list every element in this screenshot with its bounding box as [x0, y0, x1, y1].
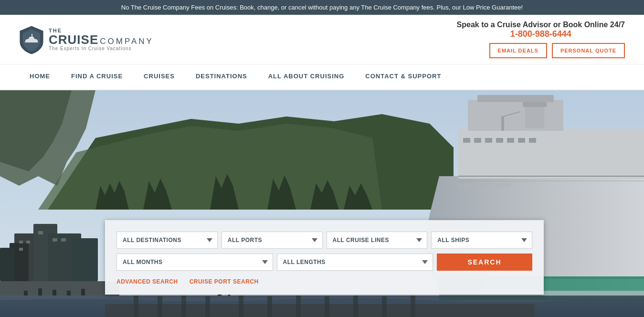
nav-item-home[interactable]: HOME	[19, 64, 61, 90]
svg-rect-32	[529, 138, 536, 143]
svg-rect-53	[239, 296, 243, 317]
svg-rect-26	[463, 138, 470, 143]
svg-rect-38	[477, 183, 492, 187]
svg-rect-48	[105, 304, 535, 317]
search-panel: ALL DESTINATIONS Caribbean Mediterranean…	[105, 220, 544, 295]
search-row-1: ALL DESTINATIONS Caribbean Mediterranean…	[116, 232, 532, 249]
svg-rect-12	[53, 238, 57, 242]
logo-text-block: THE CRUISE COMPANY The Experts In Cruise…	[49, 28, 154, 52]
svg-rect-57	[353, 296, 358, 317]
search-row-2: ALL MONTHS January February March April …	[116, 254, 532, 271]
months-select[interactable]: ALL MONTHS January February March April …	[116, 254, 273, 271]
cruise-lines-select[interactable]: ALL CRUISE LINES Royal Caribbean Carniva…	[327, 232, 428, 249]
lengths-select[interactable]: ALL LENGTHS 2-5 nights 6-9 nights 10-13 …	[277, 254, 433, 271]
svg-rect-59	[411, 296, 415, 317]
svg-rect-28	[485, 138, 492, 143]
svg-rect-55	[296, 296, 301, 317]
svg-rect-6	[72, 238, 98, 281]
svg-rect-52	[205, 296, 210, 317]
header-contact: Speak to a Cruise Advisor or Book Online…	[457, 21, 625, 39]
search-button[interactable]: SEARCH	[437, 254, 532, 271]
logo-tagline: The Experts In Cruise Vacations	[49, 46, 154, 51]
svg-rect-34	[523, 102, 547, 107]
nav-item-find-cruise[interactable]: FIND A CRUISE	[61, 64, 133, 90]
svg-rect-58	[382, 296, 387, 317]
nav-item-cruises[interactable]: CRUISES	[133, 64, 185, 90]
svg-rect-51	[181, 296, 186, 317]
nav-item-about-cruising[interactable]: ALL ABOUT CRUISING	[258, 64, 355, 90]
svg-rect-13	[61, 238, 66, 242]
svg-rect-31	[518, 138, 525, 143]
email-deals-button[interactable]: EMAIL DEALS	[489, 43, 547, 58]
header-buttons: EMAIL DEALS PERSONAL QUOTE	[489, 43, 625, 58]
phone-number[interactable]: 1-800-988-6444	[457, 29, 625, 39]
shield-icon	[19, 25, 44, 54]
svg-rect-27	[474, 138, 481, 143]
banner-text: No The Cruise Company Fees on Cruises: B…	[121, 4, 523, 11]
personal-quote-button[interactable]: PERSONAL QUOTE	[552, 43, 625, 58]
svg-rect-39	[496, 183, 511, 187]
ports-select[interactable]: ALL PORTS Miami Fort Lauderdale New York…	[222, 232, 323, 249]
svg-rect-24	[468, 100, 563, 131]
logo-company: COMPANY	[100, 37, 154, 46]
port-search-link[interactable]: CRUISE PORT SEARCH	[190, 278, 259, 285]
svg-rect-11	[38, 231, 43, 234]
svg-rect-50	[158, 296, 162, 317]
svg-rect-29	[496, 138, 503, 143]
svg-rect-9	[26, 241, 30, 243]
top-banner: No The Cruise Company Fees on Cruises: B…	[0, 0, 644, 15]
svg-rect-56	[325, 296, 329, 317]
ships-select[interactable]: ALL SHIPS	[431, 232, 532, 249]
header-right: Speak to a Cruise Advisor or Book Online…	[457, 21, 625, 58]
logo[interactable]: THE CRUISE COMPANY The Experts In Cruise…	[19, 25, 154, 54]
hero-section: ALL DESTINATIONS Caribbean Mediterranean…	[0, 90, 644, 317]
svg-rect-54	[267, 296, 272, 317]
nav-item-destinations[interactable]: DESTINATIONS	[185, 64, 258, 90]
svg-rect-25	[477, 95, 554, 102]
logo-cruise: CRUISE	[49, 33, 98, 46]
svg-rect-10	[19, 248, 23, 251]
destination-select[interactable]: ALL DESTINATIONS Caribbean Mediterranean…	[116, 232, 218, 249]
main-nav: HOME FIND A CRUISE CRUISES DESTINATIONS …	[0, 64, 644, 90]
svg-rect-33	[525, 105, 544, 128]
svg-rect-23	[458, 128, 644, 179]
search-links: ADVANCED SEARCH CRUISE PORT SEARCH	[116, 275, 532, 285]
svg-rect-40	[501, 116, 504, 131]
svg-rect-7	[0, 248, 14, 281]
site-header: THE CRUISE COMPANY The Experts In Cruise…	[0, 15, 644, 64]
svg-rect-8	[19, 241, 23, 243]
speak-text: Speak to a Cruise Advisor or Book Online…	[457, 21, 625, 29]
svg-rect-30	[507, 138, 514, 143]
svg-rect-0	[32, 34, 32, 38]
advanced-search-link[interactable]: ADVANCED SEARCH	[116, 278, 178, 285]
svg-rect-49	[134, 296, 138, 317]
nav-item-contact[interactable]: CONTACT & SUPPORT	[355, 64, 452, 90]
svg-rect-37	[458, 183, 473, 187]
